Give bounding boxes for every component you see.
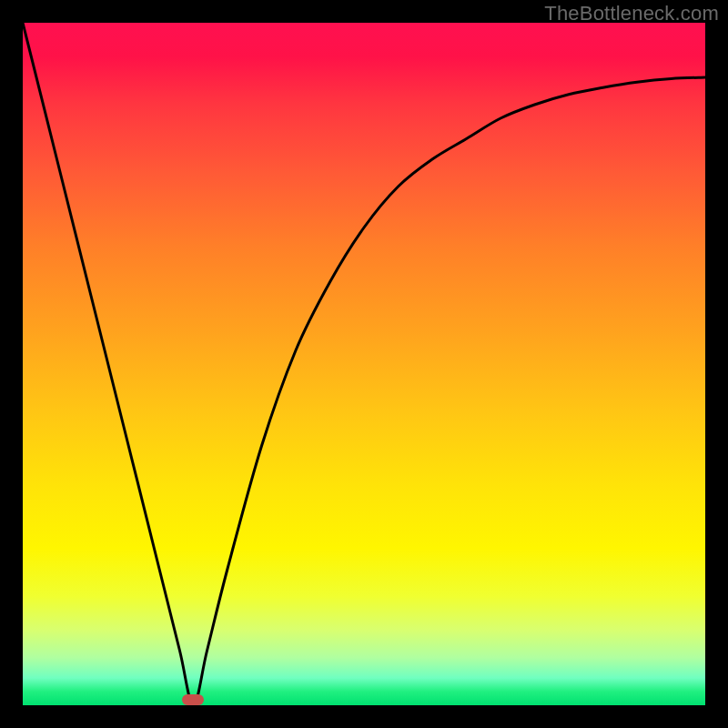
- minimum-marker: [182, 694, 204, 705]
- bottleneck-curve: [23, 23, 705, 705]
- watermark-text: TheBottleneck.com: [544, 2, 719, 25]
- curve-svg: [23, 23, 705, 705]
- chart-area: [23, 23, 705, 705]
